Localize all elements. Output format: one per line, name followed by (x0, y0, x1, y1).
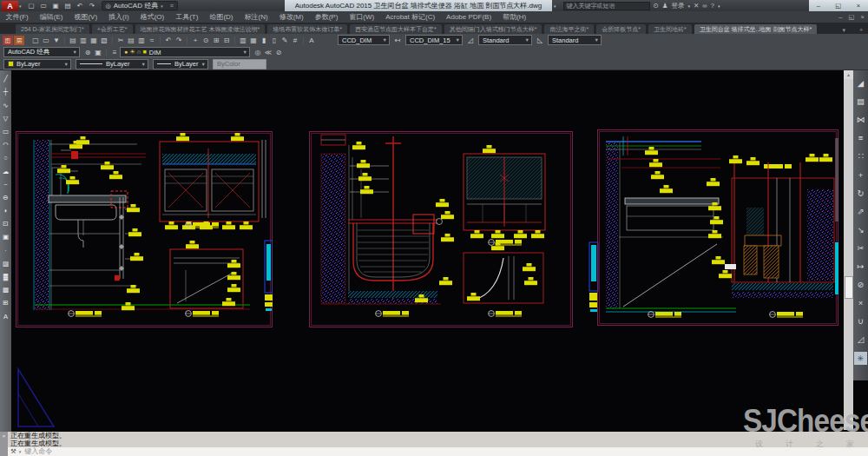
designcenter-icon[interactable]: ▦ (248, 36, 259, 45)
zoom-realtime-icon[interactable]: ⊙ (201, 36, 211, 45)
menu-item[interactable]: 工具(T) (170, 12, 204, 22)
search-input[interactable]: 键入关键字或短语 (563, 2, 650, 10)
cut-icon[interactable]: ✂ (115, 36, 126, 45)
wrench-icon[interactable]: ⚒ (10, 447, 16, 456)
app-menu-arrow-icon[interactable]: ▾ (19, 3, 22, 9)
line-icon[interactable]: ╱ (1, 74, 10, 83)
scroll-up-icon[interactable]: ▲ (844, 70, 853, 79)
menu-item[interactable]: 帮助(H) (497, 12, 532, 22)
ellipse-icon[interactable]: ⊖ (1, 193, 10, 202)
offset-icon[interactable]: ≡ (854, 131, 867, 144)
qnew-icon[interactable]: ▢ (30, 36, 41, 45)
preview-icon[interactable]: ▥ (78, 36, 89, 45)
toolpalettes-icon[interactable]: ▮ (259, 36, 269, 45)
menu-item[interactable]: 参数(P) (309, 12, 344, 22)
revcloud-icon[interactable]: ☁ (1, 167, 10, 176)
array-icon[interactable]: ∷ (854, 149, 867, 162)
undo-icon[interactable]: ↶ (76, 2, 85, 10)
annotate-icon[interactable]: A (306, 36, 317, 45)
polyline-icon[interactable]: ∿ (1, 101, 10, 110)
document-tab[interactable]: 墙纸布置软装饰木做订单* (267, 24, 347, 34)
save-icon[interactable]: ▼ (51, 36, 62, 45)
table-style-combo[interactable]: Standard▼ (548, 35, 602, 45)
exchange-icon[interactable]: ✕ (694, 2, 699, 10)
join-icon[interactable]: ∪ (854, 314, 867, 327)
app-logo[interactable]: A (2, 1, 18, 11)
rectangle-icon[interactable]: ▭ (1, 127, 10, 136)
erase-icon[interactable]: ◢ (854, 76, 867, 89)
document-tab[interactable]: 南法海平之街* (544, 24, 594, 34)
region-icon[interactable]: ▩ (1, 285, 10, 294)
search-icon[interactable]: ⊙ (654, 2, 659, 10)
document-tab[interactable]: 卫生间台盆 墙排式坐..地面 剖面节点大样* (694, 24, 818, 34)
close-button[interactable]: × (857, 2, 860, 10)
move-icon[interactable]: + (854, 169, 867, 182)
polygon-icon[interactable]: ▽ (1, 114, 10, 123)
layer-states-icon[interactable]: ◎ (253, 48, 263, 57)
spline-icon[interactable]: ~ (1, 180, 10, 189)
stretch-icon[interactable]: ↘ (854, 223, 867, 236)
layer-isolate-icon[interactable]: ⊘ (273, 48, 284, 57)
table-icon[interactable]: ⊞ (1, 298, 10, 307)
copy-icon[interactable]: ▤ (126, 36, 136, 45)
workspace-combo[interactable]: AutoCAD 经典▼ (3, 47, 80, 57)
ellipse-arc-icon[interactable]: ◗ (1, 206, 10, 215)
layer-properties-icon[interactable]: ≡ (109, 48, 120, 57)
publish-icon[interactable]: ▦ (89, 36, 99, 45)
break-icon[interactable]: × (854, 296, 867, 309)
hatch-icon[interactable]: ▨ (1, 259, 10, 268)
document-tab[interactable]: 卫生间地砖* (648, 24, 692, 34)
autodesk360-icon[interactable]: ∞ (702, 2, 707, 10)
separator[interactable]: | (109, 36, 115, 45)
open-icon[interactable]: ▭ (41, 36, 51, 45)
separator[interactable]: | (184, 36, 190, 45)
text-style-combo[interactable]: Standard▼ (478, 35, 532, 45)
maximize-button[interactable]: ◱ (835, 2, 841, 10)
menu-item[interactable]: 修改(M) (273, 12, 309, 22)
document-tab[interactable]: +会所工艺* (92, 24, 133, 34)
trim-icon[interactable]: ✂ (854, 241, 867, 254)
save-workspace-icon[interactable]: ▣ (93, 48, 103, 57)
menu-item[interactable]: 标注(N) (239, 12, 273, 22)
undo-icon[interactable]: ↶ (163, 36, 174, 45)
menu-item[interactable]: 编辑(E) (34, 12, 69, 22)
save-icon[interactable]: ▣ (51, 2, 61, 10)
minimize-button[interactable]: – (817, 2, 820, 10)
paste-icon[interactable]: ▥ (136, 36, 147, 45)
mdi-close-button[interactable]: × (861, 13, 865, 21)
document-tab[interactable]: 254 D-家装房间定制门* (16, 24, 89, 34)
redo-icon[interactable]: ↷ (174, 36, 184, 45)
menu-item[interactable]: 格式(O) (135, 12, 170, 22)
text-style-icon[interactable]: ◿ (465, 36, 476, 45)
dropdown-icon[interactable]: ▾ (688, 3, 691, 9)
copy-icon[interactable]: ▤ (854, 95, 867, 108)
menu-item[interactable]: Acrobat 标记(C) (380, 12, 441, 22)
scrollbar-thumb[interactable] (845, 276, 853, 299)
layer-lock-icon[interactable]: ∩ (137, 48, 141, 56)
redo-icon[interactable]: ↷ (88, 2, 97, 10)
layer-prev-icon[interactable]: ≪ (263, 48, 273, 57)
command-input[interactable]: ⚒ ▾ 键入命令 (8, 447, 868, 456)
break-point-icon[interactable]: ⊘ (854, 278, 867, 291)
document-tab[interactable]: 西安酒店节点图大样本下台定* (350, 24, 442, 34)
cad-addon-2-icon[interactable]: 层 (14, 36, 24, 45)
separator[interactable]: | (300, 36, 306, 45)
workspace-settings-icon[interactable]: ⊛ (82, 48, 93, 57)
command-close-icon[interactable]: × (0, 433, 8, 439)
matchprop-icon[interactable]: ≈ (147, 36, 157, 45)
zoom-previous-icon[interactable]: ⊟ (221, 36, 232, 45)
signin-user-icon[interactable]: ♟ (662, 2, 668, 10)
properties-icon[interactable]: ▥ (238, 36, 248, 45)
menu-item[interactable]: 窗口(W) (344, 12, 380, 22)
help-icon[interactable]: ? (711, 2, 714, 10)
layer-color-swatch[interactable]: ■ (143, 48, 147, 56)
signin-label[interactable]: 登录 (672, 2, 685, 10)
rotate-icon[interactable]: ↻ (854, 187, 867, 200)
plotstyle-combo[interactable]: ByColor▼ (213, 59, 266, 69)
arc-icon[interactable]: ◠ (1, 140, 10, 149)
insert-block-icon[interactable]: ⊡ (1, 219, 10, 228)
markup-icon[interactable]: ✎ (279, 36, 290, 45)
chamfer-icon[interactable]: ◿ (854, 333, 867, 346)
mtext-icon[interactable]: A (1, 312, 10, 321)
drawing-canvas[interactable]: ╱┼∿▽▭◠○☁~⊖◗⊡▣·▨▓▩⊞A (0, 70, 868, 432)
